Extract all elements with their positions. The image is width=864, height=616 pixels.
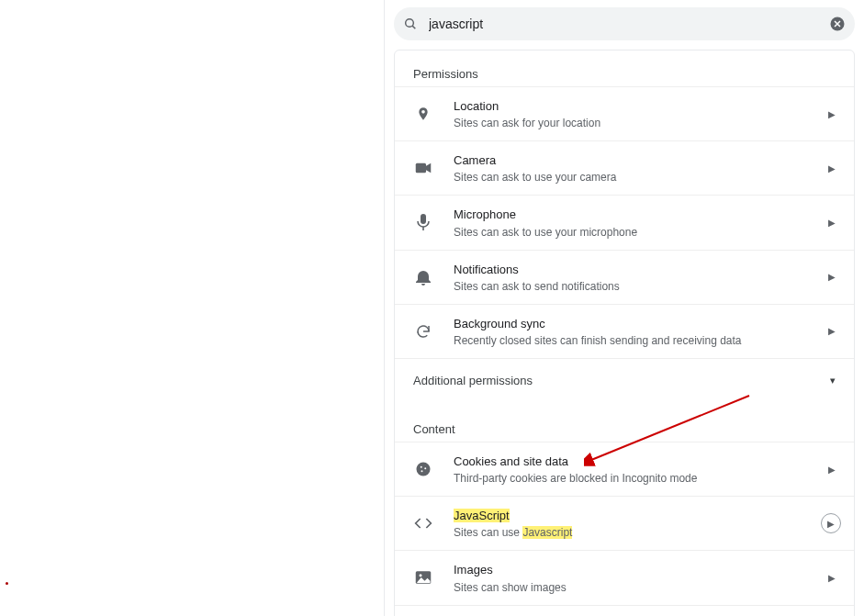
row-title: JavaScript (454, 508, 836, 524)
svg-rect-4 (421, 214, 426, 224)
image-icon (413, 567, 433, 588)
expander-label: Additional permissions (413, 374, 533, 387)
location-icon (413, 104, 433, 124)
row-title: Camera (454, 152, 828, 169)
chevron-right-circled-icon: ▶ (821, 513, 841, 533)
search-icon (403, 17, 418, 31)
row-javascript[interactable]: JavaScript Sites can use Javascript ▶ (395, 496, 854, 550)
row-popups[interactable]: Pop-ups and redirects Don't allow sites … (395, 605, 854, 617)
row-sub: Third-party cookies are blocked in Incog… (454, 472, 828, 485)
annotation-dot (6, 582, 8, 585)
row-sub: Sites can ask for your location (454, 117, 828, 129)
chevron-right-icon: ▶ (828, 163, 836, 174)
bell-icon (413, 267, 433, 287)
highlight: Javascript (522, 526, 572, 539)
row-microphone[interactable]: Microphone Sites can ask to use your mic… (395, 195, 854, 249)
chevron-right-icon: ▶ (828, 218, 836, 228)
row-cookies[interactable]: Cookies and site data Third-party cookie… (395, 442, 854, 496)
row-sub: Recently closed sites can finish sending… (454, 334, 828, 347)
row-sub: Sites can ask to use your camera (454, 171, 828, 184)
row-title: Notifications (454, 262, 828, 278)
svg-point-7 (421, 466, 422, 468)
chevron-right-icon: ▶ (828, 109, 836, 119)
row-images[interactable]: Images Sites can show images ▶ (395, 550, 854, 604)
svg-point-9 (421, 470, 423, 472)
chevron-right-icon: ▶ (828, 573, 836, 583)
row-title: Background sync (454, 316, 828, 332)
row-location[interactable]: Location Sites can ask for your location… (395, 86, 854, 140)
svg-point-0 (406, 19, 414, 28)
row-title: Location (454, 98, 828, 115)
row-camera[interactable]: Camera Sites can ask to use your camera … (395, 140, 854, 195)
row-title: Cookies and site data (454, 454, 828, 470)
chevron-right-icon: ▶ (828, 326, 836, 336)
svg-rect-3 (416, 163, 426, 174)
row-title: Microphone (454, 207, 828, 223)
code-icon (413, 513, 433, 533)
site-settings-card: Permissions Location Sites can ask for y… (394, 50, 855, 616)
chevron-down-icon: ▾ (830, 375, 836, 386)
permissions-heading: Permissions (395, 67, 854, 86)
camera-icon (413, 158, 433, 178)
svg-point-6 (417, 463, 431, 476)
clear-search-icon[interactable] (829, 16, 846, 32)
svg-point-11 (420, 575, 422, 577)
svg-line-1 (412, 26, 415, 28)
row-sub: Sites can use Javascript (454, 526, 836, 539)
content-heading: Content (395, 402, 854, 442)
sync-icon (413, 321, 433, 342)
search-bar[interactable] (394, 7, 855, 40)
row-background-sync[interactable]: Background sync Recently closed sites ca… (395, 304, 854, 358)
row-sub: Sites can ask to use your microphone (454, 226, 828, 239)
highlight: JavaScript (454, 509, 510, 522)
row-sub: Sites can show images (454, 581, 828, 594)
additional-permissions[interactable]: Additional permissions ▾ (395, 358, 854, 402)
chevron-right-icon: ▶ (828, 465, 836, 475)
row-title: Images (454, 562, 828, 578)
search-input[interactable] (429, 17, 829, 31)
cookie-icon (413, 459, 433, 479)
row-sub: Sites can ask to send notifications (454, 280, 828, 293)
svg-point-8 (424, 467, 426, 469)
chevron-right-icon: ▶ (828, 272, 836, 282)
settings-panel: Permissions Location Sites can ask for y… (384, 0, 864, 616)
microphone-icon (413, 212, 433, 232)
row-notifications[interactable]: Notifications Sites can ask to send noti… (395, 250, 854, 304)
